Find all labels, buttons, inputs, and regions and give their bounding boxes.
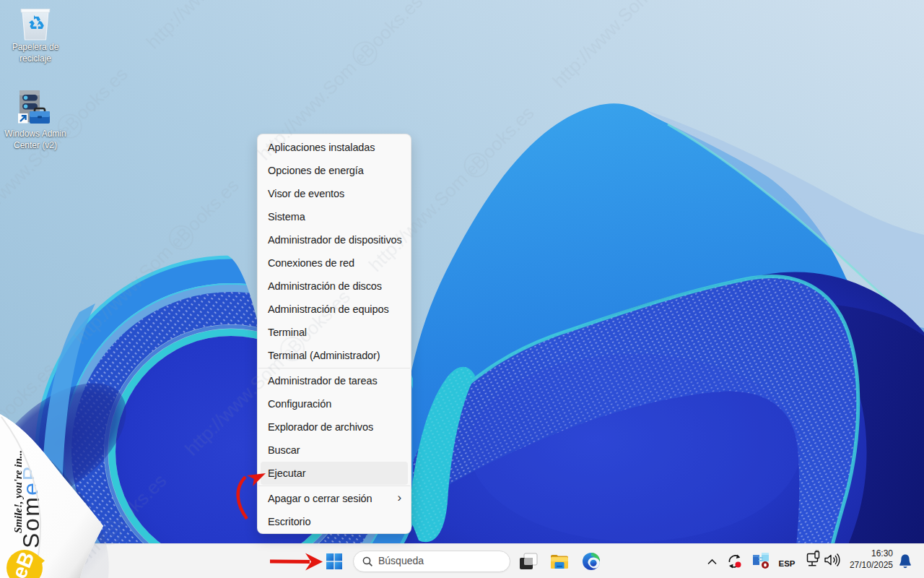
svg-text:ESP: ESP (779, 559, 796, 568)
